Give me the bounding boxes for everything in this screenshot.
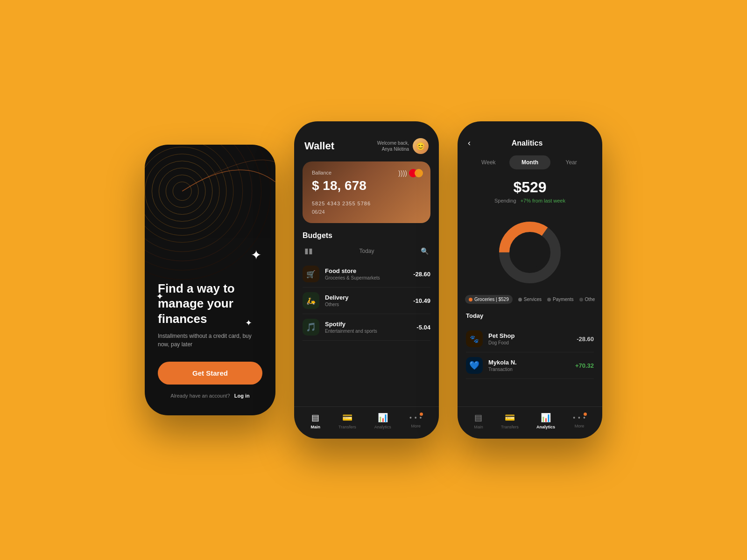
- year-tab[interactable]: Year: [550, 155, 592, 169]
- pet-shop-amount: -28.60: [577, 336, 594, 343]
- transaction-item[interactable]: 🛵 Delivery Others -10.49: [303, 287, 430, 314]
- svg-point-5: [145, 147, 226, 235]
- onboarding-headline: Find a way to manage your finances: [158, 281, 262, 327]
- more-badge: [420, 413, 423, 416]
- delivery-amount: -10.49: [413, 297, 430, 304]
- svg-point-8: [145, 145, 252, 261]
- analytics-nav-more[interactable]: • • • More: [573, 413, 585, 428]
- login-prompt-text: Already have an account?: [170, 393, 230, 399]
- nav-analytics[interactable]: 📊 Analytics: [374, 413, 391, 429]
- pet-shop-icon: 🐾: [466, 330, 483, 347]
- main-nav-label: Main: [311, 425, 321, 429]
- transfers-nav-icon: 💳: [342, 413, 352, 423]
- month-tab[interactable]: Month: [509, 155, 551, 169]
- credit-card: )))) Ballance $ 18, 678 5825 4343 2355 5…: [303, 161, 430, 223]
- week-tab[interactable]: Week: [468, 155, 509, 169]
- more-nav-label-3: More: [575, 424, 585, 428]
- chart-legend: Groceries | $529 Services Payments Othe: [458, 295, 602, 304]
- svg-point-7: [145, 145, 243, 252]
- legend-services[interactable]: Services: [518, 297, 542, 302]
- svg-point-9: [145, 145, 261, 270]
- analytics-nav-icon-3: 📊: [541, 413, 551, 423]
- login-prompt-row: Already have an account? Log in: [158, 393, 262, 399]
- pet-shop-details: Pet Shop Dog Food: [488, 332, 577, 345]
- legend-dot-other: [579, 298, 583, 301]
- spiral-background: [145, 145, 275, 294]
- analytics-nav-icon: 📊: [378, 413, 388, 423]
- today-section: Today 🐾 Pet Shop Dog Food -28.60 💙 Mykol…: [458, 312, 602, 406]
- budget-list-header: ▮▮ Today 🔍: [303, 246, 430, 255]
- phone-analytics: ‹ Analitics Week Month Year $529 Spendin…: [458, 121, 602, 439]
- more-nav-label: More: [411, 424, 421, 428]
- analytics-nav-main[interactable]: ▤ Main: [474, 413, 483, 429]
- phone-wallet: Wallet Welcome back, Anya Nikitina 😊 )))…: [294, 121, 439, 439]
- spotify-amount: -5.04: [416, 324, 430, 331]
- avatar: 😊: [413, 138, 429, 154]
- card-balance: $ 18, 678: [312, 178, 421, 193]
- nav-transfers[interactable]: 💳 Transfers: [338, 413, 356, 429]
- transfers-nav-icon-3: 💳: [505, 413, 515, 423]
- bar-chart-icon: ▮▮: [304, 246, 313, 255]
- get-started-button[interactable]: Get Stared: [158, 362, 262, 385]
- svg-point-13: [514, 237, 546, 268]
- donut-chart: [458, 213, 602, 287]
- onboarding-subtitle: Installments without a credit card, buy …: [158, 332, 262, 349]
- mykola-details: Mykola N. Transaction: [488, 359, 575, 372]
- main-nav-icon-3: ▤: [474, 413, 482, 423]
- mykola-amount: +70.32: [575, 362, 594, 369]
- transfers-nav-label-3: Transfers: [501, 425, 519, 429]
- wallet-title: Wallet: [304, 140, 334, 152]
- period-tabs: Week Month Year: [468, 155, 592, 169]
- main-nav-label-3: Main: [474, 425, 483, 429]
- main-nav-icon: ▤: [311, 413, 319, 423]
- analytics-transaction-pet[interactable]: 🐾 Pet Shop Dog Food -28.60: [466, 326, 594, 352]
- phone-onboarding: ✦ ✦ ✦ Find a way to manage your finances…: [145, 145, 275, 415]
- analytics-header: ‹ Analitics: [458, 121, 602, 155]
- today-label: Today: [359, 248, 374, 254]
- login-link[interactable]: Log in: [234, 393, 250, 399]
- spending-subtitle: Spending +7% from last week: [458, 198, 602, 203]
- analytics-nav-transfers[interactable]: 💳 Transfers: [501, 413, 519, 429]
- spotify-icon: 🎵: [303, 319, 319, 336]
- onboarding-content: Find a way to manage your finances Insta…: [158, 281, 262, 399]
- more-badge-3: [584, 413, 587, 416]
- analytics-page-title: Analitics: [475, 139, 579, 147]
- analytics-bottom-navigation: ▤ Main 💳 Transfers 📊 Analytics • • •: [458, 406, 602, 439]
- legend-groceries[interactable]: Groceries | $529: [465, 295, 513, 304]
- nav-main[interactable]: ▤ Main: [311, 413, 321, 429]
- phones-container: ✦ ✦ ✦ Find a way to manage your finances…: [145, 121, 602, 439]
- legend-dot-services: [518, 298, 522, 301]
- legend-dot-payments: [547, 298, 551, 301]
- mastercard-icon: [409, 169, 423, 177]
- legend-payments[interactable]: Payments: [547, 297, 573, 302]
- contactless-icon: )))): [398, 169, 407, 177]
- analytics-nav-label: Analytics: [374, 425, 391, 429]
- mykola-icon: 💙: [466, 357, 483, 374]
- spotify-details: Spotify Entertainment and sports: [325, 321, 416, 334]
- transaction-item[interactable]: 🎵 Spotify Entertainment and sports -5.04: [303, 314, 430, 341]
- legend-other[interactable]: Othe: [579, 297, 595, 302]
- welcome-text: Welcome back, Anya Nikitina: [377, 140, 409, 152]
- search-icon[interactable]: 🔍: [421, 247, 429, 255]
- analytics-nav-analytics[interactable]: 📊 Analytics: [536, 413, 555, 429]
- bottom-navigation: ▤ Main 💳 Transfers 📊 Analytics • • •: [294, 406, 439, 439]
- transfers-nav-label: Transfers: [338, 425, 356, 429]
- star-icon-1: ✦: [251, 247, 261, 263]
- analytics-transaction-mykola[interactable]: 💙 Mykola N. Transaction +70.32: [466, 352, 594, 379]
- back-button[interactable]: ‹: [468, 138, 471, 148]
- card-number: 5825 4343 2355 5786: [312, 201, 421, 206]
- budgets-section: Budgets ▮▮ Today 🔍 🛒 Food store Grocerie…: [294, 231, 439, 406]
- spending-amount: $529: [458, 179, 602, 196]
- welcome-area: Welcome back, Anya Nikitina 😊: [377, 138, 429, 154]
- food-store-details: Food store Groceries & Supermarkets: [325, 267, 413, 280]
- budgets-title: Budgets: [303, 231, 430, 240]
- food-store-amount: -28.60: [413, 271, 430, 278]
- legend-dot-groceries: [469, 298, 472, 301]
- food-store-icon: 🛒: [303, 266, 319, 282]
- transaction-item[interactable]: 🛒 Food store Groceries & Supermarkets -2…: [303, 261, 430, 287]
- analytics-nav-label-3: Analytics: [536, 425, 555, 429]
- delivery-icon: 🛵: [303, 292, 319, 309]
- nav-more[interactable]: • • • More: [409, 413, 422, 428]
- card-icons: )))): [398, 169, 423, 177]
- card-expiry: 06/24: [312, 209, 421, 215]
